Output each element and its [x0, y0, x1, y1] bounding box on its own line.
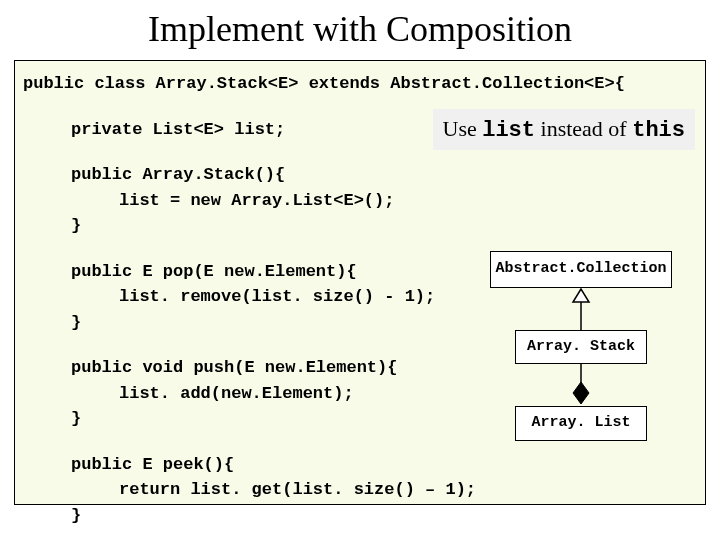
- tip-text: Use: [443, 116, 483, 141]
- uml-diagram: Abstract.Collection Array. Stack Array. …: [475, 251, 687, 441]
- uml-class-abstract-collection: Abstract.Collection: [490, 251, 671, 288]
- tip-code: this: [632, 118, 685, 143]
- uml-generalization-arrow: [571, 288, 591, 330]
- code-line: }: [71, 503, 697, 529]
- page-title: Implement with Composition: [0, 8, 720, 50]
- code-line: public class Array.Stack<E> extends Abst…: [23, 71, 697, 97]
- code-line: }: [71, 213, 697, 239]
- tip-code: list: [482, 118, 535, 143]
- uml-class-array-stack: Array. Stack: [515, 330, 647, 365]
- tip-text: instead of: [535, 116, 632, 141]
- uml-class-array-list: Array. List: [515, 406, 647, 441]
- code-line: list = new Array.List<E>();: [119, 188, 697, 214]
- uml-composition-arrow: [571, 364, 591, 406]
- tip-callout: Use list instead of this: [433, 109, 696, 150]
- diamond-icon: [573, 382, 589, 404]
- code-line: public E peek(){: [71, 452, 697, 478]
- code-line: public Array.Stack(){: [71, 162, 697, 188]
- code-panel: public class Array.Stack<E> extends Abst…: [14, 60, 706, 505]
- code-line: return list. get(list. size() – 1);: [119, 477, 697, 503]
- triangle-arrow-icon: [573, 289, 589, 302]
